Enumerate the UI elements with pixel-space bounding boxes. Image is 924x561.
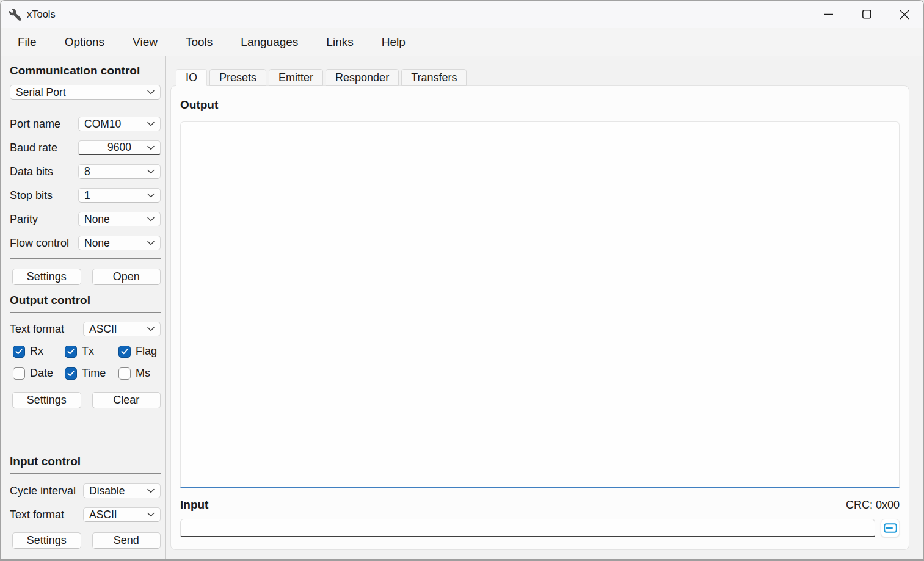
chevron-down-icon <box>147 194 155 198</box>
crc-value: CRC: 0x00 <box>846 499 900 512</box>
comm-type-value: Serial Port <box>16 86 66 99</box>
data-bits-value: 8 <box>84 165 90 178</box>
control-sidebar: Communication control Serial Port Port n… <box>1 56 166 559</box>
checkbox-label: Time <box>82 367 106 380</box>
input-send-button[interactable]: Send <box>92 532 161 549</box>
output-settings-button[interactable]: Settings <box>12 392 81 408</box>
chevron-down-icon <box>147 122 155 126</box>
check-icon <box>121 349 128 355</box>
output-textarea[interactable] <box>180 121 900 488</box>
flag-checkbox[interactable]: Flag <box>118 345 157 358</box>
ms-checkbox[interactable]: Ms <box>118 367 150 380</box>
port-name-select[interactable]: COM10 <box>78 117 161 131</box>
check-icon <box>67 371 75 377</box>
tab-io[interactable]: IO <box>176 69 207 86</box>
separator <box>10 258 161 259</box>
separator <box>10 473 161 474</box>
chevron-down-icon <box>147 90 155 95</box>
port-name-value: COM10 <box>84 118 121 131</box>
menu-view[interactable]: View <box>118 31 172 53</box>
input-format-button[interactable] <box>881 519 900 537</box>
input-control-heading: Input control <box>10 455 161 468</box>
input-text-format-label: Text format <box>10 509 83 521</box>
stop-bits-value: 1 <box>84 189 90 202</box>
tabbar: IO Presets Emitter Responder Transfers <box>176 69 909 86</box>
parity-value: None <box>84 213 110 226</box>
output-text-format-label: Text format <box>10 323 83 336</box>
input-heading: Input <box>180 498 208 512</box>
window-title: xTools <box>27 9 56 20</box>
chevron-down-icon <box>147 145 155 150</box>
parity-select[interactable]: None <box>78 212 161 226</box>
menu-tools[interactable]: Tools <box>172 31 227 53</box>
checkbox-box <box>13 367 25 380</box>
close-button[interactable] <box>886 1 923 28</box>
tab-presets[interactable]: Presets <box>209 69 266 86</box>
tab-transfers[interactable]: Transfers <box>401 69 467 86</box>
input-field[interactable] <box>180 519 875 537</box>
checkbox-box <box>118 346 131 358</box>
data-bits-label: Data bits <box>10 165 78 178</box>
maximize-button[interactable] <box>848 1 886 28</box>
main-area: IO Presets Emitter Responder Transfers O… <box>166 56 923 559</box>
communication-control-heading: Communication control <box>10 64 161 78</box>
check-icon <box>15 349 23 355</box>
minimize-icon <box>824 13 834 15</box>
minimize-button[interactable] <box>810 1 848 28</box>
tab-responder[interactable]: Responder <box>326 69 399 86</box>
chevron-down-icon <box>147 327 155 331</box>
comm-open-button[interactable]: Open <box>92 269 161 285</box>
comm-type-select[interactable]: Serial Port <box>10 85 161 100</box>
flow-control-select[interactable]: None <box>78 236 161 250</box>
output-control-heading: Output control <box>10 294 161 307</box>
parity-label: Parity <box>10 213 78 226</box>
input-text-format-select[interactable]: ASCII <box>83 507 161 522</box>
menu-languages[interactable]: Languages <box>227 31 312 53</box>
app-window: xTools File Options View Tools Languages… <box>0 0 924 561</box>
input-settings-button[interactable]: Settings <box>12 532 81 549</box>
text-field-icon <box>884 523 897 533</box>
input-text-format-value: ASCII <box>89 509 117 521</box>
output-text-format-value: ASCII <box>89 323 117 336</box>
cycle-interval-select[interactable]: Disable <box>83 483 161 498</box>
stop-bits-label: Stop bits <box>10 189 78 202</box>
check-icon <box>67 349 75 355</box>
window-controls <box>810 1 923 28</box>
tab-emitter[interactable]: Emitter <box>269 69 323 86</box>
menu-file[interactable]: File <box>4 31 51 53</box>
output-clear-button[interactable]: Clear <box>92 392 161 408</box>
separator <box>10 312 161 313</box>
menu-options[interactable]: Options <box>51 31 118 53</box>
output-text-format-select[interactable]: ASCII <box>83 322 161 336</box>
checkbox-label: Rx <box>30 345 43 358</box>
data-bits-select[interactable]: 8 <box>78 164 161 179</box>
close-icon <box>900 10 909 20</box>
checkbox-box <box>65 346 77 358</box>
checkbox-label: Date <box>30 367 53 380</box>
menu-help[interactable]: Help <box>368 31 420 53</box>
checkbox-box <box>13 346 25 358</box>
cycle-interval-value: Disable <box>89 485 125 498</box>
chevron-down-icon <box>147 170 155 174</box>
flow-control-label: Flow control <box>10 237 78 250</box>
time-checkbox[interactable]: Time <box>65 367 118 380</box>
checkbox-label: Ms <box>136 367 150 380</box>
date-checkbox[interactable]: Date <box>13 367 65 380</box>
checkbox-box <box>65 367 77 380</box>
menu-links[interactable]: Links <box>312 31 367 53</box>
comm-settings-button[interactable]: Settings <box>12 269 81 285</box>
stop-bits-select[interactable]: 1 <box>78 188 161 203</box>
chevron-down-icon <box>147 241 155 245</box>
baud-rate-label: Baud rate <box>10 142 78 154</box>
titlebar: xTools <box>1 1 923 28</box>
tx-checkbox[interactable]: Tx <box>65 345 118 358</box>
baud-rate-combobox[interactable]: 9600 <box>78 140 161 155</box>
separator <box>10 107 161 107</box>
output-heading: Output <box>180 98 900 112</box>
wrench-app-icon <box>9 9 21 21</box>
menubar: File Options View Tools Languages Links … <box>1 28 923 56</box>
cycle-interval-label: Cycle interval <box>10 485 83 498</box>
port-name-label: Port name <box>10 118 78 131</box>
rx-checkbox[interactable]: Rx <box>13 345 65 358</box>
chevron-down-icon <box>147 513 155 517</box>
